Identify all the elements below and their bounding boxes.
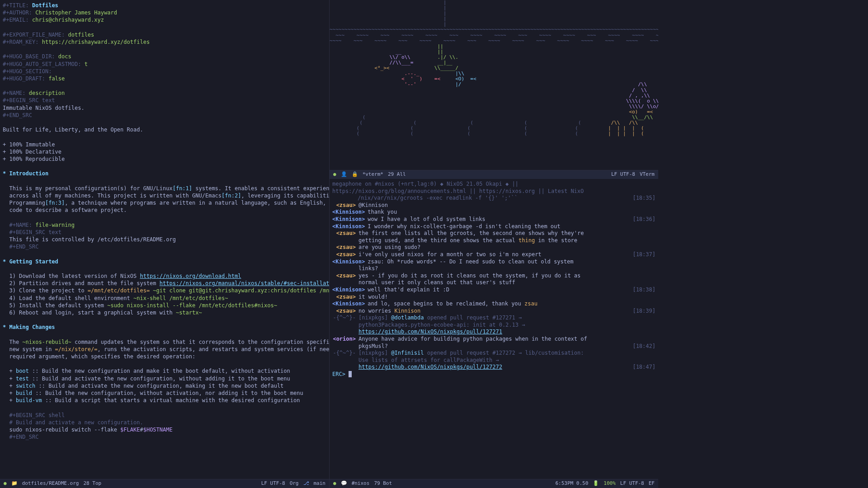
link-nixos-partitioning[interactable]: https://nixos.org/manual/nixos/stable/#s…	[160, 280, 329, 286]
erc-prompt-line[interactable]: ERC>	[332, 371, 656, 378]
irc-line: <orion>Anyone have advice for building p…	[332, 336, 656, 343]
irc-line: <zsau>the first one lists all the gcroot…	[332, 230, 656, 237]
irc-encoding: LF UTF-8	[620, 480, 644, 487]
encoding: LF UTF-8	[261, 480, 285, 487]
irc-line: <zsau>yes - if you do it as root it clea…	[332, 272, 656, 280]
irc-line: <zsau>@Kinnison	[332, 202, 656, 209]
org-buffer[interactable]: #+TITLE: Dotfiles #+AUTHOR: Christopher …	[0, 0, 329, 488]
branch-icon: ⎇	[303, 480, 309, 487]
chat-icon: 💬	[341, 480, 347, 487]
ascii-art: | | | | | ~~~~~~~~~~~~~~~~~~~~~~~~~~~~~~…	[330, 0, 658, 136]
irc-line: normal user it only cleans out that user…	[332, 279, 656, 286]
vterm-position: 29 All	[388, 171, 406, 178]
irc-line: <zsau>no worries Kinnison[18:39]	[332, 308, 656, 315]
clock: 6:53PM 0.50	[555, 480, 588, 487]
battery-icon: 🔋	[593, 480, 599, 487]
status-dot-icon: ●	[4, 480, 7, 487]
user-icon: 👤	[341, 171, 347, 178]
irc-content[interactable]: megaphone on #nixos (+nrt,lag:0) ◆ NixOS…	[332, 181, 656, 378]
vterm-encoding: LF UTF-8	[611, 171, 635, 178]
git-branch: main	[314, 480, 326, 487]
irc-position: 79 Bot	[374, 480, 392, 487]
buffer-name: dotfiles/README.org	[22, 480, 79, 487]
irc-line: <Kinnison>thank you	[332, 209, 656, 216]
modeline-vterm[interactable]: ● 👤 🔒 *vterm* 29 All LF UTF-8 VTerm	[330, 170, 658, 179]
vterm-buffer-name: *vterm*	[363, 171, 383, 178]
irc-line: links?	[332, 265, 656, 272]
irc-line: getting used, and the third one shows th…	[332, 237, 656, 244]
irc-line: <zsau>are you using sudo?	[332, 244, 656, 251]
link-nixos-download[interactable]: https://nixos.org/download.html	[140, 273, 241, 279]
status-dot-icon: ●	[333, 171, 336, 178]
irc-line: <Kinnison>and lo, space begins to be rec…	[332, 300, 656, 308]
irc-line: -{^~^}- [nixpkgs] @Infinisil opened pull…	[332, 350, 656, 357]
lock-icon: 🔒	[352, 171, 358, 178]
modeline-left[interactable]: ● 📁 dotfiles/README.org 28 Top LF UTF-8 …	[0, 479, 329, 488]
battery-pct: 100%	[604, 480, 616, 487]
heading-getting-started[interactable]: * Getting Started	[3, 258, 58, 265]
irc-mode: EF	[649, 480, 655, 487]
irc-line: <Kinnison>zsau: Oh *rude words* -- Do I …	[332, 258, 656, 266]
pr-link-1[interactable]: https://github.com/NixOS/nixpkgs/pull/12…	[359, 328, 502, 335]
erc-prompt: ERC>	[332, 371, 345, 377]
status-dot-icon: ●	[333, 480, 336, 487]
heading-introduction[interactable]: * Introduction	[3, 170, 48, 177]
irc-line: <Kinnison>I wonder why nix-collect-garba…	[332, 223, 656, 230]
org-key-title: #+TITLE:	[3, 2, 29, 9]
irc-topic: megaphone on #nixos (+nrt,lag:0) ◆ NixOS…	[332, 181, 656, 195]
irc-line: <Kinnison>well that'd explain it :D[18:3…	[332, 286, 656, 294]
vterm-mode: VTerm	[640, 171, 655, 178]
org-title: Dotfiles	[32, 2, 58, 9]
irc-line: <zsau>i've only used nixos for a month o…	[332, 251, 656, 258]
buffer-position: 28 Top	[83, 480, 101, 487]
irc-channel: #nixos	[352, 480, 370, 487]
irc-line: <zsau>it would!	[332, 294, 656, 301]
modeline-irc[interactable]: ● 💬 #nixos 79 Bot 6:53PM 0.50 🔋 100% LF …	[330, 479, 658, 488]
vterm-buffer[interactable]: | | | | | ~~~~~~~~~~~~~~~~~~~~~~~~~~~~~~…	[330, 0, 658, 179]
heading-making-changes[interactable]: * Making Changes	[3, 324, 55, 330]
irc-buffer[interactable]: megaphone on #nixos (+nrt,lag:0) ◆ NixOS…	[330, 179, 658, 488]
major-mode: Org	[290, 480, 299, 487]
irc-line: <Kinnison>wow I have a lot of old system…	[332, 216, 656, 223]
org-content[interactable]: #+TITLE: Dotfiles #+AUTHOR: Christopher …	[3, 2, 326, 441]
pr-link-2[interactable]: https://github.com/NixOS/nixpkgs/pull/12…	[359, 364, 502, 370]
folder-icon: 📁	[11, 480, 18, 487]
irc-line: -{^~^}- [nixpkgs] @dotlambda opened pull…	[332, 314, 656, 322]
